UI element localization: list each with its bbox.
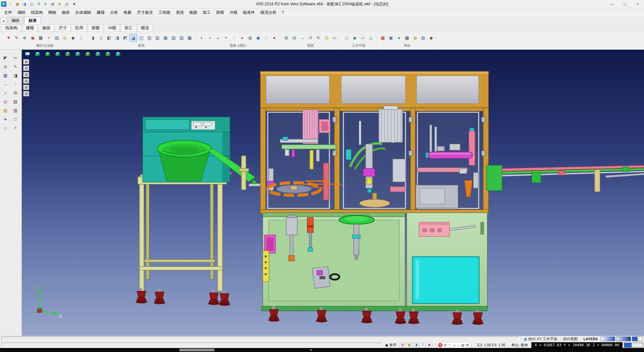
show-text-icon[interactable]: ▨ — [178, 34, 185, 42]
side-tool-1[interactable]: ▤ — [23, 59, 29, 64]
box-icon[interactable]: □ — [11, 115, 20, 123]
show-mesh-icon[interactable]: ◫ — [138, 34, 145, 42]
menu-item[interactable]: 加工 — [200, 9, 213, 16]
mask-icon[interactable]: ◨ — [413, 343, 419, 348]
category-tab[interactable]: 线架构 — [1, 24, 21, 32]
menu-item[interactable]: 视图 — [186, 9, 200, 16]
rotate-view-icon[interactable]: ↺ — [307, 34, 314, 42]
wireframe-mode-icon[interactable]: ◐ — [198, 34, 206, 42]
options-icon[interactable]: ◎ — [63, 1, 70, 7]
ribbon-tab[interactable]: 编辑 — [7, 17, 24, 24]
ribbon-tab[interactable]: 标准 — [24, 17, 41, 24]
view-right-icon[interactable] — [73, 50, 82, 58]
zoom-fit-icon[interactable]: ⊞ — [282, 34, 290, 42]
color-table-icon[interactable]: ▦ — [379, 34, 387, 42]
view-top-icon[interactable] — [84, 50, 92, 58]
screen-config-icon[interactable]: ▣ — [387, 34, 395, 42]
menu-item[interactable]: 建模 — [94, 9, 107, 16]
lights-icon[interactable]: ◕ — [238, 34, 246, 42]
materials-icon[interactable]: ◔ — [230, 34, 238, 42]
layer-count-badge[interactable]: 2 — [420, 343, 426, 348]
select-icon[interactable]: ◤ — [1, 54, 10, 62]
menu-item[interactable]: 线架构 — [28, 9, 46, 16]
delete-icon[interactable]: × — [11, 124, 20, 132]
half-view-icon[interactable]: ◨ — [11, 71, 20, 79]
show-all-icon[interactable]: ▩ — [186, 34, 194, 42]
menu-item[interactable]: 系统 — [173, 9, 186, 16]
menu-item[interactable]: 塑模 — [213, 9, 227, 16]
color-ramp-swatch-1[interactable] — [600, 337, 615, 341]
attribute-copy-icon[interactable]: ⊕ — [21, 34, 29, 42]
tab-dropdown-icon[interactable]: ▾ — [1, 18, 7, 24]
view-front-icon[interactable] — [43, 50, 52, 58]
ime-keyboard-icon[interactable]: ▤ — [461, 343, 465, 347]
minimize-button[interactable]: — — [606, 0, 619, 8]
pan-icon[interactable]: ↔ — [299, 34, 306, 42]
save-all-icon[interactable]: ◫ — [28, 1, 35, 7]
print-icon[interactable]: ▤ — [49, 1, 56, 7]
menu-item[interactable]: 编辑 — [15, 9, 28, 16]
menu-item[interactable]: 曲面 — [59, 9, 72, 16]
zoom-icon[interactable]: ⊕ — [1, 62, 10, 71]
filter-type-icon[interactable]: ◆ — [69, 34, 77, 42]
show-lines-icon[interactable]: ▯ — [97, 34, 105, 42]
shadow-icon[interactable]: ◍ — [246, 34, 254, 42]
view-iso-right-icon[interactable] — [114, 50, 122, 58]
side-tool-2[interactable]: ▤ — [23, 65, 29, 71]
category-tab[interactable]: 尺寸 — [55, 24, 71, 32]
workplane-indicator[interactable]: ▦ 绝对 XY 工作平面 — [521, 337, 560, 341]
menu-item[interactable]: 分析 — [107, 9, 121, 16]
move-v-icon[interactable]: ↕ — [11, 80, 20, 88]
show-arcs-icon[interactable]: ◧ — [105, 34, 113, 42]
trim-icon[interactable]: ✂ — [11, 54, 20, 62]
attribute-edit-icon[interactable]: ✎ — [13, 34, 20, 42]
filter-all-icon[interactable]: ⌂ — [77, 34, 85, 42]
show-points-icon[interactable]: ▮ — [89, 34, 97, 42]
globe-icon[interactable]: ● — [395, 34, 403, 42]
color-ramp-swatch-2[interactable] — [616, 337, 631, 341]
side-tool-4[interactable]: ▥ — [23, 78, 29, 84]
side-tool-5[interactable]: ▤ — [23, 85, 29, 90]
side-tool-6[interactable]: ▥ — [23, 91, 29, 96]
menu-item[interactable]: ? — [279, 9, 287, 16]
ime-punct-toggle[interactable]: °, — [448, 343, 451, 347]
category-tab[interactable]: 冲模 — [104, 24, 120, 32]
layer-selector[interactable]: LAYER0 — [581, 337, 600, 341]
category-tab[interactable]: 塑膜 — [88, 24, 104, 32]
view-left-icon[interactable] — [63, 50, 72, 58]
side-tool-3[interactable]: ▤ — [23, 72, 29, 77]
redo-icon[interactable]: ↻ — [42, 1, 49, 7]
ime-lang-toggle[interactable]: 中 — [443, 343, 447, 347]
ime-emoji-icon[interactable]: ☺ — [452, 343, 457, 347]
transparency-icon[interactable]: ◓ — [222, 34, 230, 42]
capture-icon[interactable]: ▣ — [406, 343, 412, 348]
taskbar-button[interactable] — [179, 349, 214, 351]
previous-view-icon[interactable]: ↻ — [315, 34, 322, 42]
filter-mask-icon[interactable]: ▦ — [37, 34, 45, 42]
grid-icon[interactable]: ▦ — [1, 71, 10, 79]
workplane-xy-icon[interactable]: ◇ — [343, 34, 351, 42]
filter-layer-icon[interactable]: ▧ — [53, 34, 61, 42]
redline-icon[interactable]: ▥ — [399, 343, 406, 348]
toolbar-options-dropdown-icon[interactable]: ▾ — [71, 1, 77, 7]
view-iso-icon[interactable] — [33, 50, 42, 58]
hatch-icon[interactable]: ▧ — [1, 106, 10, 114]
menu-item[interactable]: 电极 — [121, 9, 134, 16]
render-icon[interactable]: ● — [270, 34, 278, 42]
snapshot-icon[interactable]: ○ — [262, 34, 270, 42]
filter-clear-icon[interactable]: × — [45, 34, 53, 42]
background-icon[interactable]: ◉ — [254, 34, 262, 42]
target-icon[interactable]: ◎ — [1, 97, 10, 105]
zoom-window-icon[interactable]: ⊟ — [290, 34, 298, 42]
open-file-icon[interactable]: ▣ — [14, 1, 21, 7]
new-file-icon[interactable]: □ — [7, 1, 14, 7]
menu-item[interactable]: 网格 — [46, 9, 59, 16]
list-icon[interactable]: ▤ — [11, 97, 20, 105]
render-mode-icon[interactable] — [23, 50, 32, 58]
diamond-icon[interactable]: ◇ — [1, 124, 10, 132]
dynamic-view-icon[interactable]: ◎ — [323, 34, 330, 42]
database-icon[interactable]: ▨ — [419, 34, 427, 42]
sogou-logo-icon[interactable]: S — [438, 343, 442, 347]
table-icon[interactable]: ▥ — [11, 106, 20, 114]
hidden-line-icon[interactable]: ◒ — [214, 34, 222, 42]
